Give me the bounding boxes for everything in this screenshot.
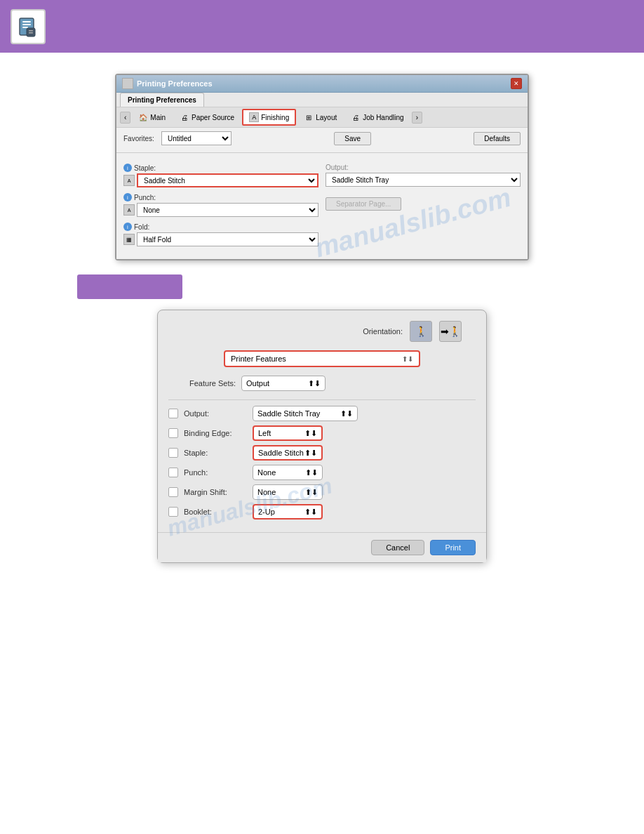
dialog-tab-area: Printing Preferences <box>116 93 528 107</box>
nav-item-main[interactable]: 🏠 Main <box>132 110 172 125</box>
mac-output-value: Saddle Stitch Tray <box>257 409 320 418</box>
mac-binding-edge-value: Left <box>258 429 271 437</box>
staple-select[interactable]: Saddle Stitch <box>137 173 318 187</box>
mac-feature-sets-value: Output <box>246 379 269 388</box>
nav-paper-source-label: Paper Source <box>192 114 234 121</box>
fold-info-icon: i <box>123 223 132 231</box>
mac-output-row: Output: Saddle Stitch Tray ⬆⬇ <box>168 404 476 423</box>
punch-select-icon: A <box>123 204 135 216</box>
nav-job-handling-label: Job Handling <box>363 114 403 121</box>
punch-info-icon: i <box>123 193 132 201</box>
favorites-select[interactable]: Untitled <box>161 131 232 145</box>
nav-main-label: Main <box>150 114 166 121</box>
svg-rect-5 <box>29 30 33 32</box>
staple-field-group: i Staple: A Saddle Stitch <box>123 164 318 187</box>
mac-feature-sets-select[interactable]: Output ⬆⬇ <box>241 376 326 391</box>
mac-dialog-wrapper: Orientation: 🚶 ➡🚶 Printer Features ⬆⬇ Fe… <box>28 310 616 563</box>
mac-printing-dialog: Orientation: 🚶 ➡🚶 Printer Features ⬆⬇ Fe… <box>157 310 487 563</box>
mac-margin-shift-label: Margin Shift: <box>184 488 247 496</box>
nav-layout-label: Layout <box>316 114 337 121</box>
windows-dialog-wrapper: Printing Preferences ✕ Printing Preferen… <box>28 74 616 260</box>
windows-printing-preferences-dialog: Printing Preferences ✕ Printing Preferen… <box>115 74 529 260</box>
dialog-title-text: Printing Preferences <box>137 79 213 88</box>
fold-select[interactable]: Half Fold <box>137 232 318 246</box>
mac-punch-value: None <box>257 468 276 477</box>
mac-margin-shift-select[interactable]: None ⬆⬇ <box>253 484 323 500</box>
fold-select-icon: ▦ <box>123 234 135 245</box>
mac-staple-checkbox[interactable] <box>168 448 178 458</box>
mac-landscape-button[interactable]: ➡🚶 <box>439 321 462 342</box>
mac-booklet-select[interactable]: 2-Up ⬆⬇ <box>253 504 323 519</box>
dialog-tabs-row: Printing Preferences <box>116 93 528 107</box>
staple-info-icon: i <box>123 164 132 172</box>
output-select[interactable]: Saddle Stitch Tray <box>326 173 521 187</box>
mac-binding-edge-arrow-icon: ⬆⬇ <box>304 429 317 438</box>
mac-staple-label: Staple: <box>184 449 247 457</box>
output-label: Output: <box>326 164 521 171</box>
mac-features-select[interactable]: Printer Features ⬆⬇ <box>224 350 420 367</box>
nav-item-job-handling[interactable]: 🖨 Job Handling <box>344 110 410 125</box>
nav-item-finishing[interactable]: A Finishing <box>242 109 296 126</box>
mac-output-select[interactable]: Saddle Stitch Tray ⬆⬇ <box>253 406 358 421</box>
dialog-close-button[interactable]: ✕ <box>511 78 522 89</box>
mac-features-row: Printer Features ⬆⬇ <box>168 350 476 367</box>
mac-bottom-row: Cancel Print <box>158 532 486 562</box>
punch-label: i Punch: <box>123 193 318 201</box>
header-icon <box>11 9 46 44</box>
fold-select-row: ▦ Half Fold <box>123 232 318 246</box>
mac-features-label: Printer Features <box>231 355 286 363</box>
save-button[interactable]: Save <box>334 132 371 145</box>
mac-feature-sets-row: Feature Sets: Output ⬆⬇ <box>168 376 476 391</box>
mac-staple-select[interactable]: Saddle Stitch ⬆⬇ <box>253 445 323 461</box>
mac-binding-edge-select[interactable]: Left ⬆⬇ <box>253 425 323 441</box>
mac-portrait-button[interactable]: 🚶 <box>410 321 432 342</box>
mac-feature-sets-arrow-icon: ⬆⬇ <box>308 379 321 388</box>
mac-output-label: Output: <box>184 409 247 418</box>
dialog-left-panel: i Staple: A Saddle Stitch i <box>123 164 318 252</box>
tab-printing-preferences[interactable]: Printing Preferences <box>120 93 204 107</box>
punch-field-group: i Punch: A None <box>123 193 318 217</box>
favorites-label: Favorites: <box>123 135 154 143</box>
mac-booklet-checkbox[interactable] <box>168 507 178 517</box>
mac-punch-select[interactable]: None ⬆⬇ <box>253 465 323 480</box>
punch-select[interactable]: None <box>137 203 318 217</box>
page-content: Printing Preferences ✕ Printing Preferen… <box>0 53 644 584</box>
separator-page-button[interactable]: Separator Page... <box>326 197 401 211</box>
mac-feature-sets-label: Feature Sets: <box>189 379 236 388</box>
mac-orientation-label: Orientation: <box>363 327 403 336</box>
mac-margin-shift-checkbox[interactable] <box>168 487 178 497</box>
nav-item-paper-source[interactable]: 🖨 Paper Source <box>173 110 241 125</box>
dialog-body: i Staple: A Saddle Stitch i <box>116 157 528 259</box>
mac-punch-row: Punch: None ⬆⬇ <box>168 463 476 482</box>
paper-source-icon: 🖨 <box>180 112 189 122</box>
mac-booklet-value: 2-Up <box>258 508 275 516</box>
staple-label: i Staple: <box>123 164 318 172</box>
mac-cancel-button[interactable]: Cancel <box>371 540 424 555</box>
mac-booklet-row: Booklet: 2-Up ⬆⬇ <box>168 502 476 522</box>
output-field-group: Output: Saddle Stitch Tray <box>326 164 521 187</box>
mac-dialog-body: Orientation: 🚶 ➡🚶 Printer Features ⬆⬇ Fe… <box>158 310 486 532</box>
mac-punch-checkbox[interactable] <box>168 468 178 477</box>
svg-rect-2 <box>22 24 31 25</box>
dialog-nav-row: ‹ 🏠 Main 🖨 Paper Source A Finishing <box>116 107 528 128</box>
mac-output-arrow-icon: ⬆⬇ <box>340 409 353 418</box>
mac-punch-label: Punch: <box>184 468 247 477</box>
mac-staple-arrow-icon: ⬆⬇ <box>304 449 317 458</box>
mac-features-arrow-icon: ⬆⬇ <box>402 355 413 363</box>
mac-booklet-arrow-icon: ⬆⬇ <box>304 508 317 517</box>
mac-print-button[interactable]: Print <box>430 540 476 555</box>
staple-select-row: A Saddle Stitch <box>123 173 318 187</box>
nav-back-button[interactable]: ‹ <box>120 112 130 124</box>
mac-punch-arrow-icon: ⬆⬇ <box>305 468 318 477</box>
dialog-title-icon <box>122 78 133 89</box>
fold-field-group: i Fold: ▦ Half Fold <box>123 223 318 246</box>
mac-binding-checkbox[interactable] <box>168 428 178 438</box>
nav-forward-button[interactable]: › <box>412 112 422 124</box>
dialog-right-panel: Output: Saddle Stitch Tray Separator Pag… <box>326 164 521 252</box>
finishing-icon: A <box>249 112 259 122</box>
dialog-favorites-row: Favorites: Untitled Save Defaults <box>116 128 528 149</box>
defaults-button[interactable]: Defaults <box>474 132 521 145</box>
mac-margin-shift-row: Margin Shift: None ⬆⬇ <box>168 482 476 502</box>
mac-output-checkbox[interactable] <box>168 409 178 418</box>
nav-item-layout[interactable]: ⊞ Layout <box>297 110 343 125</box>
